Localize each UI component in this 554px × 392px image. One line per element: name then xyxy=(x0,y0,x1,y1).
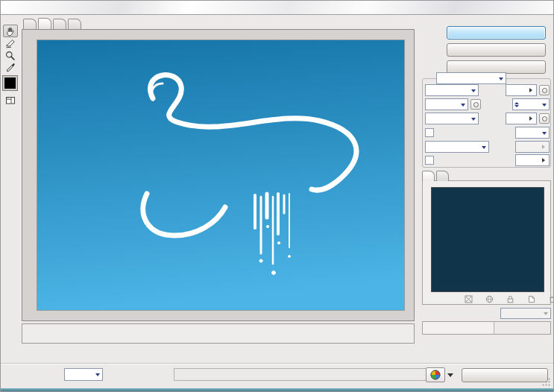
optimized-preview-frame xyxy=(22,29,415,321)
chevron-down-icon xyxy=(482,146,486,151)
optimization-status-strip xyxy=(22,323,415,344)
amount-input xyxy=(515,141,550,153)
chevron-down-icon xyxy=(471,118,476,123)
tab-original[interactable] xyxy=(23,19,37,29)
chevron-down-icon xyxy=(544,312,548,317)
palette-mask-button[interactable] xyxy=(470,99,481,110)
lock-color-icon[interactable] xyxy=(506,294,515,304)
transparency-dither-dropdown[interactable] xyxy=(425,141,489,153)
tools-toolbar xyxy=(3,24,19,107)
channel-mask-icon xyxy=(542,88,547,93)
browser-select-arrow[interactable] xyxy=(447,373,453,380)
chevron-down-icon xyxy=(95,373,100,379)
eyedropper-icon xyxy=(4,62,16,74)
lossy-input[interactable] xyxy=(506,84,537,96)
lossy-mask-button[interactable] xyxy=(539,85,550,95)
interlaced-checkbox[interactable] xyxy=(425,156,434,165)
pixel-info-bar xyxy=(174,368,436,381)
zoom-tool-button[interactable] xyxy=(3,50,18,61)
resize-grip[interactable] xyxy=(541,377,551,387)
chevron-down-icon xyxy=(542,132,547,137)
tab-2up[interactable] xyxy=(53,19,66,29)
cancel-button[interactable] xyxy=(447,43,546,57)
channel-mask-icon xyxy=(542,116,547,121)
chevron-down-icon xyxy=(461,104,465,109)
chevron-down-icon xyxy=(499,78,503,83)
toggle-slices-icon xyxy=(4,95,16,107)
frame-indicator xyxy=(423,322,494,334)
color-grid xyxy=(431,187,544,292)
tab-4up[interactable] xyxy=(68,19,81,29)
slider-arrow-icon[interactable] xyxy=(542,158,547,162)
chevron-down-icon xyxy=(542,104,547,109)
dither-method-dropdown[interactable] xyxy=(425,113,479,124)
palette-dropdown[interactable] xyxy=(425,98,468,110)
colors-dropdown[interactable] xyxy=(512,98,550,110)
delete-color-icon[interactable] xyxy=(547,294,554,304)
shift-web-colors-icon[interactable] xyxy=(485,294,494,304)
save-button[interactable] xyxy=(447,26,546,39)
chevron-down-icon xyxy=(471,89,476,95)
hand-icon xyxy=(4,25,16,37)
tab-optimized[interactable] xyxy=(38,18,51,29)
preview-in-browser-button[interactable] xyxy=(426,367,445,382)
magnifier-icon xyxy=(4,50,16,62)
dialog-titlebar[interactable] xyxy=(1,1,553,15)
slider-arrow-icon xyxy=(542,145,547,149)
looping-options-dropdown xyxy=(500,308,551,319)
snap-to-web-palette-icon[interactable] xyxy=(464,294,473,304)
web-snap-input[interactable] xyxy=(515,154,550,166)
toggle-slices-button[interactable] xyxy=(3,95,18,106)
animation-controls xyxy=(494,322,496,334)
matte-dropdown[interactable] xyxy=(515,127,550,139)
save-for-web-dialog xyxy=(0,0,554,392)
format-dropdown[interactable] xyxy=(425,84,479,96)
channel-mask-icon xyxy=(473,102,479,107)
preset-dropdown[interactable] xyxy=(436,72,506,84)
eyedropper-color-swatch[interactable] xyxy=(3,76,17,90)
slice-select-tool-button[interactable] xyxy=(3,38,18,49)
device-central-button[interactable] xyxy=(462,368,548,382)
animation-bar xyxy=(422,321,551,335)
slider-arrow-icon[interactable] xyxy=(529,116,535,121)
slice-select-icon xyxy=(4,38,16,50)
dither-mask-button[interactable] xyxy=(539,113,550,124)
tab-color-table[interactable] xyxy=(422,171,435,181)
optimized-preview-canvas[interactable] xyxy=(37,39,405,311)
window-bottom-edge xyxy=(1,388,553,391)
color-table-tabs xyxy=(422,171,449,181)
artwork-bg xyxy=(37,40,404,310)
colors-stepper[interactable] xyxy=(514,100,519,110)
dither-input[interactable] xyxy=(506,113,537,124)
eyedropper-tool-button[interactable] xyxy=(3,62,18,73)
color-table-panel xyxy=(422,180,551,305)
zoom-level-dropdown[interactable] xyxy=(64,368,103,381)
new-color-icon[interactable] xyxy=(526,294,536,304)
browser-globe-icon xyxy=(429,369,441,381)
slider-arrow-icon[interactable] xyxy=(529,88,535,92)
preview-tabs xyxy=(23,19,81,29)
tab-image-size[interactable] xyxy=(436,171,449,181)
hand-tool-button[interactable] xyxy=(3,25,18,37)
bottom-separator xyxy=(1,363,553,364)
transparency-checkbox[interactable] xyxy=(425,128,434,137)
